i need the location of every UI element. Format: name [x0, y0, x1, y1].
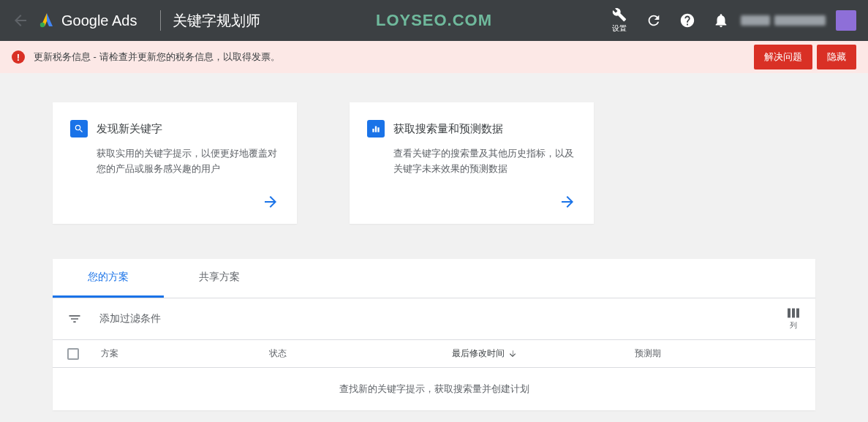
alert-bar: ! 更新税务信息 - 请检查并更新您的税务信息，以取得发票。 解决问题 隐藏: [0, 41, 868, 73]
column-status[interactable]: 状态: [269, 347, 452, 360]
refresh-button[interactable]: [640, 7, 668, 34]
watermark-text: LOYSEO.COM: [376, 11, 492, 30]
tab-your-plans[interactable]: 您的方案: [53, 259, 164, 298]
bar-chart-icon: [367, 120, 385, 137]
arrow-forward-icon: [559, 193, 576, 211]
header-divider: [160, 10, 161, 31]
column-last-modified[interactable]: 最后修改时间: [452, 347, 635, 360]
filter-icon[interactable]: [67, 312, 82, 326]
cards-row: 发现新关键字 获取实用的关键字提示，以便更好地覆盖对您的产品或服务感兴趣的用户 …: [53, 102, 815, 224]
help-button[interactable]: [673, 7, 701, 34]
filter-row: 添加过滤条件 列: [53, 298, 815, 340]
avatar[interactable]: [836, 10, 856, 31]
columns-button[interactable]: 列: [786, 307, 801, 331]
plans-panel: 您的方案 共享方案 添加过滤条件 列 方案 状态 最后修改时间 预测期 查找新的…: [53, 259, 815, 410]
volume-card-title: 获取搜索量和预测数据: [393, 122, 503, 136]
svg-rect-1: [372, 129, 374, 132]
columns-icon: [786, 307, 801, 319]
arrow-back-icon: [12, 12, 29, 29]
svg-point-0: [40, 23, 45, 27]
refresh-icon: [646, 12, 662, 29]
account-blur-1: [741, 15, 770, 26]
search-volume-card[interactable]: 获取搜索量和预测数据 查看关键字的搜索量及其他历史指标，以及关键字未来效果的预测…: [350, 102, 594, 224]
arrow-down-icon: [507, 349, 518, 359]
discover-card-desc: 获取实用的关键字提示，以便更好地覆盖对您的产品或服务感兴趣的用户: [70, 146, 279, 177]
settings-label: 设置: [612, 23, 627, 34]
settings-button[interactable]: 设置: [605, 3, 634, 38]
notifications-button[interactable]: [707, 7, 735, 34]
account-info[interactable]: [741, 15, 826, 26]
resolve-button[interactable]: 解决问题: [754, 45, 812, 69]
select-all-checkbox[interactable]: [67, 348, 79, 360]
svg-rect-6: [796, 309, 799, 318]
back-button[interactable]: [6, 6, 35, 35]
google-ads-icon: [38, 12, 56, 29]
plans-table-header: 方案 状态 最后修改时间 预测期: [53, 340, 815, 368]
column-plan[interactable]: 方案: [101, 347, 269, 360]
column-forecast[interactable]: 预测期: [635, 347, 801, 360]
discover-card-title: 发现新关键字: [97, 122, 162, 136]
plans-tabs: 您的方案 共享方案: [53, 259, 815, 298]
alert-text: 更新税务信息 - 请检查并更新您的税务信息，以取得发票。: [34, 50, 280, 64]
account-blur-2: [774, 15, 826, 26]
alert-icon: !: [12, 50, 25, 64]
add-filter-button[interactable]: 添加过滤条件: [99, 312, 786, 325]
columns-label: 列: [790, 320, 797, 331]
bell-icon: [713, 12, 729, 29]
app-header: Google Ads 关键字规划师 LOYSEO.COM 设置: [0, 0, 868, 41]
svg-rect-4: [788, 309, 790, 318]
hide-button[interactable]: 隐藏: [817, 45, 856, 69]
discover-keywords-card[interactable]: 发现新关键字 获取实用的关键字提示，以便更好地覆盖对您的产品或服务感兴趣的用户: [53, 102, 297, 224]
wrench-icon: [612, 7, 627, 22]
svg-rect-5: [792, 309, 795, 318]
arrow-forward-icon: [262, 193, 279, 211]
search-icon: [70, 120, 88, 137]
page-title: 关键字规划师: [173, 11, 260, 31]
svg-rect-2: [375, 127, 377, 132]
help-icon: [679, 12, 695, 29]
tab-shared-plans[interactable]: 共享方案: [164, 259, 275, 298]
main-content: 发现新关键字 获取实用的关键字提示，以便更好地覆盖对您的产品或服务感兴趣的用户 …: [0, 73, 868, 410]
product-name: Google Ads: [61, 12, 137, 29]
empty-state-message: 查找新的关键字提示，获取搜索量并创建计划: [53, 368, 815, 410]
header-actions: 设置: [605, 3, 862, 38]
volume-card-desc: 查看关键字的搜索量及其他历史指标，以及关键字未来效果的预测数据: [367, 146, 576, 177]
svg-rect-3: [377, 127, 379, 132]
product-logo[interactable]: Google Ads: [38, 12, 137, 29]
